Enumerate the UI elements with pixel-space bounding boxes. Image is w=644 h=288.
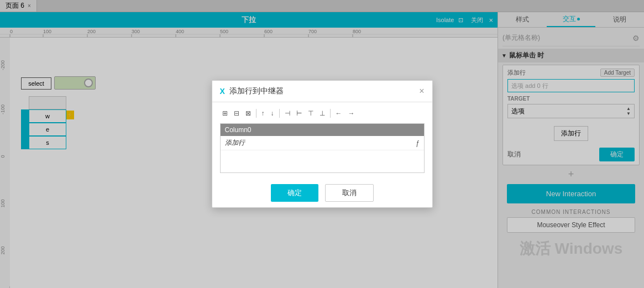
modal-dialog: X 添加行到中继器 × ⊞ ⊟ ⊠ ↑ ↓ ⊣ ⊢ ⊤ ⊥ ← →	[212, 80, 433, 208]
toolbar-icon-right-col[interactable]: ⊢	[294, 108, 304, 119]
modal-footer: 确定 取消	[212, 179, 432, 207]
toolbar-sep1	[256, 109, 256, 118]
toolbar-icon-up[interactable]: ↑	[259, 108, 267, 119]
modal-overlay: X 添加行到中继器 × ⊞ ⊟ ⊠ ↑ ↓ ⊣ ⊢ ⊤ ⊥ ← →	[0, 0, 644, 288]
modal-logo-x: X	[220, 87, 225, 96]
table-empty-area	[221, 150, 424, 172]
toolbar-icon-minus[interactable]: ⊟	[232, 108, 242, 119]
modal-table: Column0 添加行 ƒ	[220, 123, 425, 173]
toolbar-icon-arrow-left[interactable]: ←	[333, 108, 344, 119]
modal-header: X 添加行到中继器 ×	[212, 81, 432, 102]
modal-close-icon[interactable]: ×	[419, 86, 424, 96]
toolbar-icon-arrow-right[interactable]: →	[346, 108, 357, 119]
modal-confirm-button[interactable]: 确定	[271, 184, 318, 202]
toolbar-icon-merge[interactable]: ⊤	[306, 108, 316, 119]
row-icon: ƒ	[416, 139, 420, 147]
modal-title-text: 添加行到中继器	[229, 86, 284, 96]
table-data-row[interactable]: 添加行 ƒ	[221, 136, 424, 150]
table-column-header: Column0	[221, 124, 424, 136]
modal-body: ⊞ ⊟ ⊠ ↑ ↓ ⊣ ⊢ ⊤ ⊥ ← → Column0	[212, 102, 432, 179]
modal-toolbar-icons: ⊞ ⊟ ⊠ ↑ ↓ ⊣ ⊢ ⊤ ⊥ ← →	[220, 108, 425, 119]
toolbar-icon-grid[interactable]: ⊞	[220, 108, 230, 119]
toolbar-icon-down[interactable]: ↓	[269, 108, 276, 119]
toolbar-icon-split[interactable]: ⊥	[317, 108, 327, 119]
toolbar-sep2	[279, 109, 280, 118]
toolbar-icon-x[interactable]: ⊠	[243, 108, 253, 119]
toolbar-sep3	[330, 109, 331, 118]
row-label: 添加行	[225, 138, 416, 148]
modal-cancel-button[interactable]: 取消	[325, 184, 374, 202]
column-header-text: Column0	[225, 126, 252, 134]
modal-title-area: X 添加行到中继器	[220, 86, 284, 96]
toolbar-icon-left-col[interactable]: ⊣	[282, 108, 292, 119]
